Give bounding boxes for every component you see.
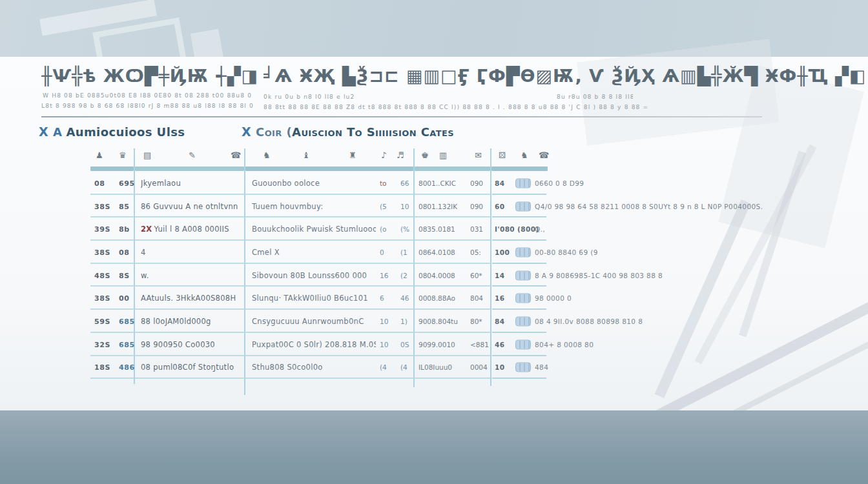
bottom-background-band bbox=[0, 410, 868, 484]
page-subheader-line2-left: L8t 8 988 98 b 8 68 68 l88l0 rJ 8 m88 88… bbox=[41, 102, 253, 110]
thumb-icon[interactable] bbox=[515, 316, 531, 326]
table-row[interactable]: 18S 486 08 puml08C0f Stoŋtutlo Sthu808 S… bbox=[90, 356, 868, 379]
row-name-text: 08 puml08C0f Stoŋtutlo bbox=[141, 363, 234, 372]
table-row[interactable]: 32S 685 98 900950 Co0030 Puxpat00C 0 S0l… bbox=[90, 333, 868, 356]
row-description-cell: Cmel X bbox=[252, 248, 280, 257]
column-header-icon[interactable]: ☎ bbox=[231, 147, 241, 164]
column-header-icon[interactable]: ▥ bbox=[439, 147, 447, 164]
column-header-icon[interactable]: ♞ bbox=[263, 147, 271, 164]
row-count-b: 66 bbox=[400, 179, 409, 187]
table-row[interactable]: 08 695 Jkyemlaou Guouonbo ooloce to 66 8… bbox=[90, 172, 868, 195]
thumb-icon[interactable] bbox=[515, 339, 531, 349]
row-name-text: Jkyemlaou bbox=[141, 179, 181, 188]
column-header-icon[interactable]: ♛ bbox=[119, 147, 127, 164]
screenshot-stage: ╫Ѱ╬ѣ ЖѺ▛╪ҊѬ ┽▞◨Ѯ ╫+Ł ╛Ѧ ӾҖ ▙Ѯ⊐⊏ ▦▥□Ӻ ӶФ▛… bbox=[0, 0, 868, 484]
row-right-note: 98 0000 0 bbox=[535, 294, 572, 302]
row-code-suffix: 090 bbox=[470, 203, 483, 210]
page-header-text-right: ╛Ѧ ӾҖ ▙Ѯ⊐⊏ ▦▥□Ӻ ӶФ▛Ѳ▨Ѭ, Ѵ ѮҊҲ Ѧ▥▙╬Ӂ▜ ӾФ╫… bbox=[264, 63, 864, 89]
row-name-cell: w. bbox=[141, 271, 149, 280]
top-background-band bbox=[0, 0, 868, 57]
row-right-number: I'080 (800) bbox=[495, 225, 539, 233]
column-header-icon[interactable]: ♬ bbox=[397, 147, 404, 164]
table-body: 08 695 Jkyemlaou Guouonbo ooloce to 66 8… bbox=[90, 172, 868, 379]
row-id-primary: 59S bbox=[94, 317, 110, 325]
row-id-secondary: 8b bbox=[119, 225, 130, 234]
row-id-secondary: 685 bbox=[119, 340, 135, 348]
row-code-suffix: 0004 bbox=[470, 363, 488, 371]
column-header-icon[interactable]: ♟ bbox=[96, 147, 103, 164]
row-code-cell: 0008.88Ao bbox=[418, 294, 455, 302]
row-code-suffix: 090 bbox=[470, 179, 483, 187]
thumb-icon[interactable] bbox=[515, 178, 531, 188]
table-row[interactable]: 38S 00 AAtuuls. 3HkkA00S808H Slunqu· TAk… bbox=[90, 287, 868, 310]
table-row[interactable]: 39S 8b 2XYuil l 8 A008 000IIS Bouukchool… bbox=[90, 217, 868, 241]
page-subheader-line2-mid: 88 8tt 88 88 8E 88 88 Z8 dt t8 888 8t 88… bbox=[264, 103, 691, 111]
row-count-b: 1) bbox=[400, 318, 408, 325]
row-id-primary: 38S bbox=[94, 294, 110, 303]
row-name-cell: 98 900950 Co0030 bbox=[141, 340, 215, 349]
thumb-icon[interactable] bbox=[515, 201, 531, 211]
row-code-cell: 0864.0108 bbox=[418, 248, 455, 256]
column-header-icon[interactable]: ▤ bbox=[143, 147, 151, 164]
row-count-b: (2 bbox=[400, 272, 408, 279]
section-title-left-label: Aumiocuioos Ulss bbox=[66, 125, 185, 139]
thumb-icon[interactable] bbox=[515, 363, 531, 372]
column-header-icon[interactable]: ♪ bbox=[381, 147, 386, 164]
row-description-cell: Bouukchoolik Pwuisk Stumluooou bbox=[252, 225, 376, 234]
row-code-suffix: 804 bbox=[470, 294, 483, 302]
table-row[interactable]: 59S 685 88 l0oJAM0ld000g Cnsygucuuu Aunr… bbox=[90, 310, 868, 333]
row-count-b: 10 bbox=[400, 203, 409, 210]
table-row[interactable]: 38S 08 4 Cmel X 0 (1 0864.0108 05: 100 0… bbox=[90, 241, 868, 264]
column-header-icon[interactable]: ☎ bbox=[539, 147, 549, 164]
table-row[interactable]: 48S 8S w. Sibovoun 80B Lounss600 000 16 … bbox=[90, 264, 868, 287]
row-right-note: 00-80 8840 69 (9 bbox=[535, 248, 598, 256]
row-right-note: 804+ 8 0008 80 bbox=[535, 341, 594, 348]
row-code-cell: 9099.0010 bbox=[418, 341, 455, 348]
row-right-note: 08 4 9II.0v 8088 80898 810 8 bbox=[535, 318, 643, 325]
row-code-cell: 0835.0181 bbox=[418, 225, 455, 233]
row-id-primary: 39S bbox=[94, 225, 110, 234]
row-name-cell: 08 puml08C0f Stoŋtutlo bbox=[141, 363, 234, 372]
row-divider-right bbox=[492, 378, 546, 379]
row-id-primary: 08 bbox=[94, 179, 105, 187]
row-description-cell: Slunqu· TAkkW0Iliu0 B6uc101 bbox=[252, 294, 368, 303]
column-header-icon[interactable]: ♞ bbox=[521, 147, 528, 164]
row-count-a: (5 bbox=[380, 203, 387, 210]
row-right-number: 84 bbox=[495, 318, 504, 325]
row-name-text: AAtuuls. 3HkkA00S808H bbox=[141, 294, 236, 303]
row-id-primary: 38S bbox=[94, 202, 110, 210]
close-x-icon[interactable]: X bbox=[242, 125, 251, 139]
row-count-a: 0 bbox=[380, 248, 384, 256]
row-description-cell: Guouonbo ooloce bbox=[252, 179, 320, 188]
row-name-cell: 86 Guvvuu A ne otnltvnn bbox=[141, 202, 238, 211]
column-header-icon[interactable]: ✎ bbox=[189, 147, 196, 164]
close-x-icon[interactable]: X bbox=[39, 125, 48, 139]
thumb-icon[interactable] bbox=[515, 247, 531, 257]
row-count-b: 46 bbox=[400, 294, 409, 302]
column-header-icon[interactable]: ⚄ bbox=[499, 147, 506, 164]
column-header-icon[interactable]: ♚ bbox=[421, 147, 429, 164]
thumb-icon[interactable] bbox=[515, 270, 531, 280]
row-count-b: (% bbox=[400, 225, 409, 233]
section-title-right-label: Auiscion To Siiiiision Cates bbox=[292, 125, 454, 139]
row-code-cell: IL08Iuuu0 bbox=[418, 363, 452, 371]
row-id-secondary: 00 bbox=[119, 294, 130, 303]
column-header-icon[interactable]: ♜ bbox=[349, 147, 356, 164]
row-count-a: (4 bbox=[380, 363, 387, 371]
column-header-icon[interactable]: ♝ bbox=[302, 147, 310, 164]
row-right-number: 14 bbox=[495, 272, 504, 279]
row-code-cell: 9008.804tu bbox=[418, 318, 458, 325]
row-name-text: 4 bbox=[141, 248, 146, 257]
row-description-cell: Tuuem houvmbuy: bbox=[252, 202, 323, 211]
section-title-left-prefix: A bbox=[53, 125, 62, 139]
row-name-cell: Jkyemlaou bbox=[141, 179, 181, 188]
header-accent-bar bbox=[491, 166, 548, 171]
column-header-icon[interactable]: ✉ bbox=[475, 147, 482, 164]
row-code-cell: 0801.132IK bbox=[418, 203, 457, 210]
header-accent-bar bbox=[415, 166, 490, 171]
row-name-text: 86 Guvvuu A ne otnltvnn bbox=[141, 202, 238, 211]
table-row[interactable]: 38S 85 86 Guvvuu A ne otnltvnn Tuuem hou… bbox=[90, 195, 868, 218]
row-description-cell: Puxpat00C 0 S0lr) 208.818 M.0S bbox=[252, 340, 376, 349]
content-panel: ╫Ѱ╬ѣ ЖѺ▛╪ҊѬ ┽▞◨Ѯ ╫+Ł ╛Ѧ ӾҖ ▙Ѯ⊐⊏ ▦▥□Ӻ ӶФ▛… bbox=[0, 57, 868, 410]
thumb-icon[interactable] bbox=[515, 294, 531, 303]
